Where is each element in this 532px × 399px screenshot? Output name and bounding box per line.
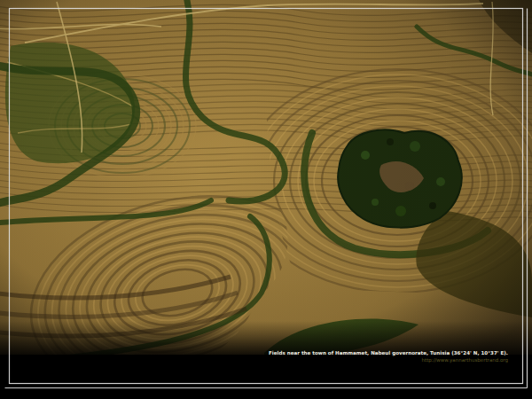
aerial-photo bbox=[0, 0, 532, 399]
caption: Fields near the town of Hammamet, Nabeul… bbox=[269, 350, 508, 364]
caption-location: Fields near the town of Hammamet, Nabeul… bbox=[269, 350, 508, 356]
caption-url: http://www.yannarthusbertrand.org bbox=[269, 357, 508, 364]
photo-scene bbox=[0, 0, 532, 399]
wallpaper-stage: Fields near the town of Hammamet, Nabeul… bbox=[0, 0, 532, 399]
